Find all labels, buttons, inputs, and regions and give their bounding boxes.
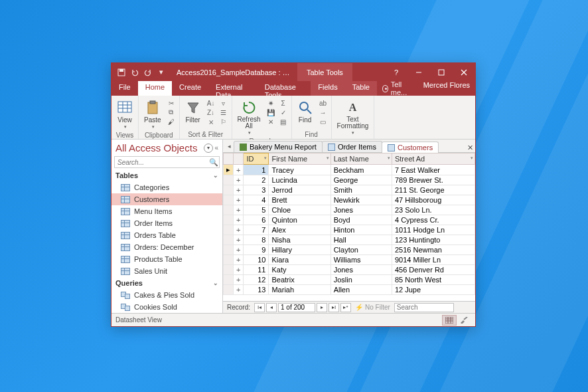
nav-item-orders-december[interactable]: Orders: December <box>111 241 222 253</box>
tabstrip-scroll-left[interactable]: ◂ <box>224 140 234 152</box>
cell-last-name[interactable]: Boyd <box>331 215 392 225</box>
tab-file[interactable]: File <box>111 81 138 96</box>
expand-row-button[interactable]: + <box>234 185 244 195</box>
cell-street-address[interactable]: 47 Hillsboroug <box>392 195 475 205</box>
help-button[interactable]: ? <box>385 63 407 81</box>
table-row[interactable]: +4BrettNewkirk47 Hillsboroug <box>224 195 475 205</box>
nav-item-customers[interactable]: Customers <box>111 193 222 205</box>
cell-first-name[interactable]: Alex <box>269 225 331 235</box>
cell-last-name[interactable]: Beckham <box>331 165 392 175</box>
row-selector[interactable] <box>224 185 234 195</box>
row-selector[interactable] <box>224 275 234 285</box>
expand-row-button[interactable]: + <box>234 235 244 245</box>
object-tab-bakery-menu-report[interactable]: Bakery Menu Report <box>234 141 323 152</box>
column-dropdown-icon[interactable]: ▾ <box>471 155 473 161</box>
nav-last-button[interactable]: ▸I <box>329 303 339 312</box>
row-selector[interactable]: ▸ <box>224 165 234 175</box>
qat-customize-icon[interactable]: ▾ <box>155 66 167 78</box>
cell-first-name[interactable]: Chloe <box>269 205 331 215</box>
cell-first-name[interactable]: Nisha <box>269 235 331 245</box>
table-row[interactable]: +11KatyJones456 Denver Rd <box>224 265 475 275</box>
no-filter-indicator[interactable]: ⚡No Filter <box>352 304 393 311</box>
cell-street-address[interactable]: 456 Denver Rd <box>392 265 475 275</box>
table-row[interactable]: +5ChloeJones23 Solo Ln. <box>224 205 475 215</box>
nav-group-queries[interactable]: Queries⌄ <box>111 277 222 289</box>
sort-asc-button[interactable]: A↓ <box>206 98 216 108</box>
delete-record-button[interactable]: ✕ <box>265 117 276 126</box>
refresh-all-button[interactable]: Refresh All▾ <box>235 98 263 137</box>
cell-first-name[interactable]: Katy <box>269 265 331 275</box>
cell-id[interactable]: 5 <box>244 205 269 215</box>
cell-street-address[interactable]: 123 Huntingto <box>392 235 475 245</box>
select-all-cell[interactable] <box>224 153 234 165</box>
expand-row-button[interactable]: + <box>234 195 244 205</box>
nav-item-cookies-sold[interactable]: Cookies Sold <box>111 301 222 313</box>
cell-street-address[interactable]: 9014 Miller Ln <box>392 255 475 265</box>
cell-street-address[interactable]: 23 Solo Ln. <box>392 205 475 215</box>
toggle-filter-button[interactable]: ⚐ <box>218 117 229 126</box>
advanced-filter-button[interactable]: ☰ <box>218 108 229 117</box>
expand-row-button[interactable]: + <box>234 225 244 235</box>
tab-create[interactable]: Create <box>172 81 208 96</box>
cell-last-name[interactable]: George <box>331 175 392 185</box>
minimize-button[interactable] <box>407 63 430 81</box>
expand-row-button[interactable]: + <box>234 215 244 225</box>
cell-id[interactable]: 1 <box>244 165 269 175</box>
cell-last-name[interactable]: Jones <box>331 265 392 275</box>
tell-me-search[interactable]: Tell me... <box>377 81 418 96</box>
column-header-id[interactable]: ID▾ <box>244 153 269 165</box>
row-selector[interactable] <box>224 235 234 245</box>
tab-database-tools[interactable]: Database Tools <box>257 81 311 96</box>
cell-street-address[interactable]: 85 North West <box>392 275 475 285</box>
new-record-button[interactable]: ✷ <box>265 98 276 108</box>
cell-id[interactable]: 3 <box>244 185 269 195</box>
expand-row-button[interactable]: + <box>234 285 244 295</box>
cell-id[interactable]: 7 <box>244 225 269 235</box>
tab-fields[interactable]: Fields <box>311 81 344 96</box>
cell-id[interactable]: 8 <box>244 235 269 245</box>
nav-item-orders-table[interactable]: Orders Table <box>111 229 222 241</box>
table-row[interactable]: +8NishaHall123 Huntingto <box>224 235 475 245</box>
nav-new-button[interactable]: ▸* <box>340 303 351 312</box>
table-row[interactable]: +9HillaryClayton2516 Newman <box>224 245 475 255</box>
cell-id[interactable]: 11 <box>244 265 269 275</box>
object-tab-order-items[interactable]: Order Items <box>322 141 382 152</box>
cell-first-name[interactable]: Quinton <box>269 215 331 225</box>
row-selector[interactable] <box>224 245 234 255</box>
cell-street-address[interactable]: 4 Cypress Cr. <box>392 215 475 225</box>
cell-id[interactable]: 4 <box>244 195 269 205</box>
nav-first-button[interactable]: I◂ <box>254 303 265 312</box>
row-selector[interactable] <box>224 225 234 235</box>
nav-item-cakes-pies-sold[interactable]: Cakes & Pies Sold <box>111 289 222 301</box>
table-row[interactable]: +13MariahAllen12 Jupe <box>224 285 475 295</box>
row-selector[interactable] <box>224 205 234 215</box>
expand-row-button[interactable]: + <box>234 255 244 265</box>
sort-desc-button[interactable]: Z↓ <box>206 108 216 117</box>
column-dropdown-icon[interactable]: ▾ <box>264 155 267 161</box>
redo-icon[interactable] <box>142 66 154 78</box>
expand-row-button[interactable]: + <box>234 275 244 285</box>
nav-next-button[interactable]: ▸ <box>317 303 327 312</box>
cell-last-name[interactable]: Hall <box>331 235 392 245</box>
nav-item-sales-unit[interactable]: Sales Unit <box>111 265 222 277</box>
cell-id[interactable]: 12 <box>244 275 269 285</box>
object-tab-customers[interactable]: Customers <box>382 142 439 153</box>
cell-street-address[interactable]: 789 Brewer St. <box>392 175 475 185</box>
view-button[interactable]: View▾ <box>114 98 135 131</box>
row-selector[interactable] <box>224 285 234 295</box>
filter-button[interactable]: Filter <box>183 98 204 125</box>
find-button[interactable]: Find <box>295 98 316 125</box>
column-dropdown-icon[interactable]: ▾ <box>388 155 390 161</box>
cell-first-name[interactable]: Mariah <box>269 285 331 295</box>
replace-button[interactable]: ab <box>318 98 329 108</box>
row-selector[interactable] <box>224 195 234 205</box>
select-button[interactable]: ▭ <box>318 117 329 126</box>
cut-button[interactable]: ✂ <box>166 98 177 108</box>
expand-row-button[interactable]: + <box>234 245 244 255</box>
column-header-street-ad[interactable]: Street Ad▾ <box>392 153 475 165</box>
expand-row-button[interactable]: + <box>234 265 244 275</box>
tab-home[interactable]: Home <box>138 81 172 96</box>
table-row[interactable]: +12BeatrixJoslin85 North West <box>224 275 475 285</box>
table-row[interactable]: +6QuintonBoyd4 Cypress Cr. <box>224 215 475 225</box>
cell-street-address[interactable]: 2516 Newman <box>392 245 475 255</box>
